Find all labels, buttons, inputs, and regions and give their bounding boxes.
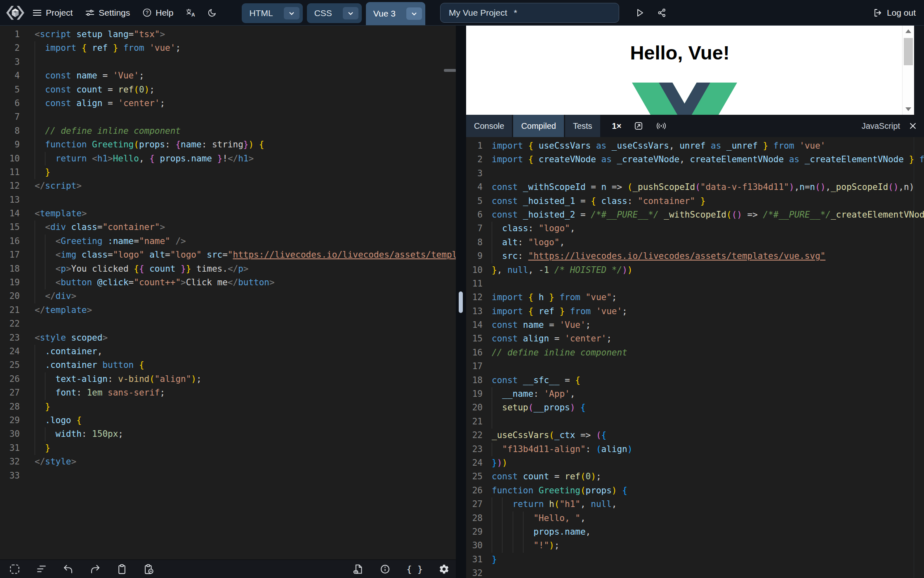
broadcast-icon[interactable] (656, 121, 667, 131)
line-number: 24 (466, 456, 483, 470)
indent-guide (35, 400, 35, 414)
chevron-down-icon[interactable] (406, 7, 422, 20)
code-line-content: <style scoped> (35, 331, 108, 345)
code-line-content: // define inline component (492, 346, 627, 360)
indent-guide (523, 539, 523, 552)
translate-icon: A (186, 8, 196, 18)
code-line: 18const __sfc__ = { (466, 374, 924, 387)
code-line-content: const name = 'Vue'; (35, 69, 144, 83)
preview-scrollbar[interactable] (902, 26, 914, 115)
livecodes-app: { "header": { "menu_items": [ {"label":"… (0, 0, 924, 578)
language-tabs: HTML CSS Vue 3 (242, 0, 425, 25)
code-line: 8 alt: "logo", (466, 236, 924, 249)
help-menu-button[interactable]: ? Help (142, 8, 173, 18)
code-line: 10}, null, -1 /* HOISTED */)) (466, 263, 924, 277)
external-resources-icon[interactable] (353, 564, 364, 575)
line-number: 30 (466, 539, 483, 552)
scroll-up-arrow[interactable] (905, 29, 911, 33)
code-line: 8 // define inline component (0, 124, 456, 138)
line-number: 10 (0, 152, 20, 166)
undo-icon[interactable] (63, 564, 74, 575)
translate-button[interactable]: A (186, 8, 196, 18)
divider-drag-handle[interactable] (459, 291, 463, 313)
select-region-icon[interactable] (9, 564, 20, 575)
line-number: 6 (466, 208, 483, 222)
editor-scrollbar-thumb[interactable] (444, 69, 456, 72)
project-title-input[interactable]: My Vue Project * (440, 3, 619, 23)
code-line: 23 "f13b4d11-align": (align) (466, 443, 924, 456)
playback-speed-button[interactable]: 1× (612, 121, 622, 131)
line-number: 3 (466, 167, 483, 180)
logout-button[interactable]: Log out (873, 8, 916, 18)
code-line: 31} (466, 553, 924, 566)
code-line-content: setup(__props) { (492, 401, 586, 415)
settings-menu-button[interactable]: Settings (85, 8, 130, 18)
info-icon[interactable] (380, 564, 391, 575)
line-number: 16 (0, 235, 20, 248)
copy-as-data-url-icon[interactable] (143, 564, 154, 575)
code-line: 32</style> (0, 455, 456, 469)
tab-vue3[interactable]: Vue 3 (366, 2, 425, 25)
preview-scrollbar-thumb[interactable] (904, 38, 913, 65)
code-line: 3 (466, 167, 924, 180)
code-line-content: const _hoisted_2 = /*#__PURE__*/ _withSc… (492, 208, 924, 222)
project-menu-button[interactable]: Project (32, 8, 73, 18)
open-in-new-window-icon[interactable] (634, 121, 644, 131)
code-line: 3 (0, 55, 456, 69)
code-line: 15 <div class="container"> (0, 220, 456, 234)
share-button[interactable] (657, 8, 667, 18)
code-line-content: const count = ref(0); (492, 470, 601, 483)
vue-logo (632, 83, 737, 115)
run-button[interactable] (635, 8, 645, 18)
tab-css[interactable]: CSS (307, 3, 362, 23)
code-line-content: </script> (35, 179, 82, 193)
custom-settings-icon[interactable]: { } (406, 564, 423, 574)
code-line: 26 text-align: v-bind("align"); (0, 372, 456, 386)
console-right: JavaScript (862, 115, 917, 137)
indent-guide (513, 512, 513, 525)
line-number: 19 (466, 387, 483, 401)
code-line: 25const count = ref(0); (466, 470, 924, 483)
chevron-down-icon[interactable] (284, 7, 299, 19)
help-menu-label: Help (156, 8, 173, 18)
format-code-icon[interactable] (36, 564, 47, 575)
code-line-content: <template> (35, 207, 87, 220)
line-number: 5 (0, 83, 20, 97)
indent-guide (35, 414, 35, 427)
line-number: 15 (466, 332, 483, 346)
gear-icon[interactable] (438, 564, 450, 575)
theme-toggle-button[interactable] (207, 8, 217, 18)
code-line: 13import { ref } from 'vue'; (466, 305, 924, 318)
livecodes-logo[interactable] (5, 5, 26, 21)
line-number: 24 (0, 345, 20, 358)
line-number: 23 (0, 331, 20, 345)
code-line-content: width: 150px; (35, 427, 123, 441)
preview-gap (914, 26, 924, 115)
indent-guide (35, 358, 35, 372)
code-line: 11 (466, 277, 924, 291)
code-line: 30 width: 150px; (0, 427, 456, 441)
indent-guide (523, 512, 523, 525)
code-line: 10 return <h1>Hello, { props.name }!</h1… (0, 152, 456, 166)
copy-code-icon[interactable] (116, 564, 127, 575)
code-line-content: const _hoisted_1 = { class: "container" … (492, 194, 705, 208)
tab-compiled[interactable]: Compiled (513, 115, 563, 137)
compiled-code-viewer[interactable]: 1import { useCssVars as _useCssVars, unr… (466, 137, 924, 578)
code-line-content: "f13b4d11-align": (align) (492, 443, 632, 456)
line-number: 8 (466, 236, 483, 249)
line-number: 32 (466, 566, 483, 578)
code-line: 13 (0, 193, 456, 207)
code-line-content: alt: "logo", (492, 236, 565, 249)
tab-tests[interactable]: Tests (565, 115, 600, 137)
tab-html[interactable]: HTML (242, 3, 302, 23)
code-line: 20 setup(__props) { (466, 401, 924, 415)
code-editor[interactable]: 1<script setup lang="tsx">2 import { ref… (0, 26, 456, 483)
scroll-down-arrow[interactable] (905, 107, 911, 111)
tab-console[interactable]: Console (466, 115, 512, 137)
code-line-content: import { ref } from 'vue'; (492, 305, 627, 318)
code-line-content: .container, (35, 345, 102, 358)
chevron-down-icon[interactable] (343, 7, 358, 19)
redo-icon[interactable] (90, 564, 101, 575)
close-icon[interactable] (908, 121, 917, 130)
line-number: 21 (466, 415, 483, 429)
